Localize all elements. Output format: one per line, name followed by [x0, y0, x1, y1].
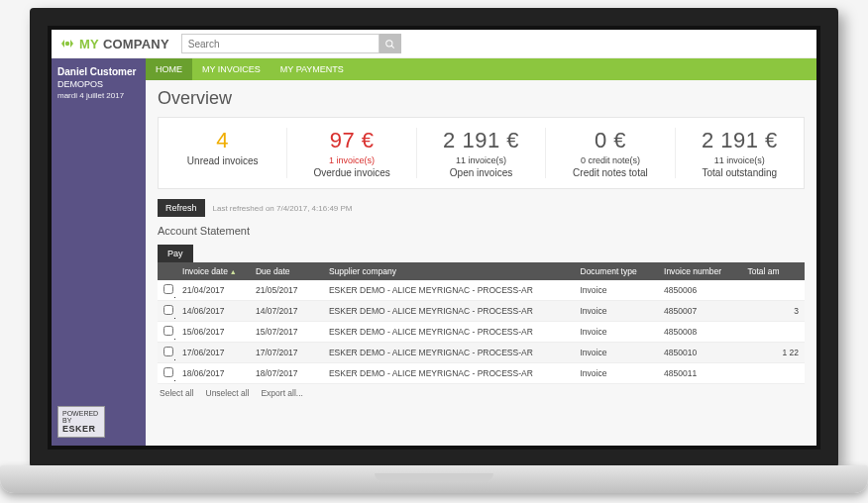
- section-title: Account Statement: [158, 225, 805, 237]
- cell-invoice-number: 4850008: [658, 322, 742, 343]
- search: [181, 34, 401, 53]
- svg-point-2: [65, 42, 69, 46]
- logo-icon: [61, 38, 75, 50]
- col-invoice-number[interactable]: Invoice number: [658, 262, 742, 280]
- powered-by: POWERED BY ESKER: [57, 406, 140, 438]
- page-title: Overview: [158, 88, 805, 109]
- table-row[interactable]: 21/04/201721/05/2017ESKER DEMO - ALICE M…: [158, 280, 805, 301]
- kpi-sub: 0 credit note(s): [552, 155, 668, 165]
- table-row[interactable]: 15/06/201715/07/2017ESKER DEMO - ALICE M…: [158, 322, 805, 343]
- row-checkbox[interactable]: [163, 347, 173, 356]
- cell-due-date: 18/07/2017: [250, 363, 323, 384]
- kpi-label: Overdue invoices: [293, 167, 409, 178]
- cell-total-amount: [742, 363, 805, 384]
- col-checkbox[interactable]: [158, 262, 176, 280]
- cell-invoice-date: 21/04/2017: [176, 280, 250, 301]
- col-due-date[interactable]: Due date: [250, 262, 323, 280]
- svg-marker-0: [61, 40, 64, 48]
- logo: MYCOMPANY: [61, 37, 169, 51]
- kpi-sub: 11 invoice(s): [682, 155, 798, 165]
- nav-my-invoices[interactable]: MY INVOICES: [192, 58, 271, 80]
- col-doc-type[interactable]: Document type: [575, 262, 659, 280]
- cell-due-date: 21/05/2017: [250, 280, 323, 301]
- navbar: HOME MY INVOICES MY PAYMENTS: [146, 58, 816, 80]
- search-icon: [384, 39, 395, 50]
- kpi-sub: 11 invoice(s): [423, 155, 539, 165]
- kpi-label: Unread invoices: [164, 155, 280, 166]
- cell-doc-type: Invoice: [575, 343, 659, 363]
- cell-doc-type: Invoice: [575, 322, 659, 343]
- col-supplier[interactable]: Supplier company: [323, 262, 575, 280]
- svg-point-3: [386, 40, 392, 46]
- cell-total-amount: [742, 280, 805, 301]
- powered-brand: ESKER: [62, 425, 100, 434]
- pay-button[interactable]: Pay: [158, 245, 193, 262]
- table-row[interactable]: 17/06/201717/07/2017ESKER DEMO - ALICE M…: [158, 343, 805, 363]
- cell-invoice-number: 4850010: [658, 343, 742, 363]
- kpi-value: 2 191 €: [423, 128, 539, 153]
- statement-table: Invoice date Due date Supplier company D…: [158, 262, 805, 384]
- cell-supplier: ESKER DEMO - ALICE MEYRIGNAC - PROCESS-A…: [323, 301, 575, 322]
- cell-invoice-date: 17/06/2017: [176, 343, 250, 363]
- cell-total-amount: 3: [742, 301, 805, 322]
- export-all-link[interactable]: Export all...: [261, 388, 303, 398]
- cell-supplier: ESKER DEMO - ALICE MEYRIGNAC - PROCESS-A…: [323, 280, 575, 301]
- kpi-sub: 1 invoice(s): [293, 155, 409, 165]
- cell-invoice-number: 4850006: [658, 280, 742, 301]
- cell-doc-type: Invoice: [575, 301, 659, 322]
- powered-label: POWERED BY: [62, 410, 100, 425]
- col-total-amount[interactable]: Total am: [742, 262, 805, 280]
- kpi-value: 4: [164, 128, 280, 153]
- row-checkbox[interactable]: [163, 284, 173, 294]
- refresh-button[interactable]: Refresh: [158, 199, 205, 217]
- search-button[interactable]: [380, 34, 401, 53]
- kpi-open-invoices[interactable]: 2 191 € 11 invoice(s) Open invoices: [417, 128, 546, 178]
- cell-due-date: 15/07/2017: [250, 322, 323, 343]
- table-row[interactable]: 18/06/201718/07/2017ESKER DEMO - ALICE M…: [158, 363, 805, 384]
- kpi-value: 0 €: [552, 128, 668, 153]
- kpi-label: Open invoices: [423, 167, 539, 178]
- kpi-credit-notes-total[interactable]: 0 € 0 credit note(s) Credit notes total: [546, 128, 675, 178]
- cell-invoice-date: 14/06/2017: [176, 301, 250, 322]
- kpi-overdue-invoices[interactable]: 97 € 1 invoice(s) Overdue invoices: [287, 128, 416, 178]
- col-invoice-date[interactable]: Invoice date: [176, 262, 250, 280]
- row-checkbox[interactable]: [163, 367, 173, 377]
- user-date: mardi 4 juillet 2017: [57, 91, 140, 100]
- select-all-link[interactable]: Select all: [160, 388, 194, 398]
- unselect-all-link[interactable]: Unselect all: [206, 388, 250, 398]
- kpi-total-outstanding[interactable]: 2 191 € 11 invoice(s) Total outstanding: [676, 128, 804, 178]
- cell-invoice-number: 4850011: [658, 363, 742, 384]
- logo-text-company: COMPANY: [103, 37, 169, 51]
- cell-due-date: 17/07/2017: [250, 343, 323, 363]
- cell-invoice-date: 18/06/2017: [176, 363, 250, 384]
- kpi-value: 97 €: [293, 128, 409, 153]
- nav-home[interactable]: HOME: [146, 58, 192, 80]
- cell-supplier: ESKER DEMO - ALICE MEYRIGNAC - PROCESS-A…: [323, 343, 575, 363]
- kpi-value: 2 191 €: [682, 128, 798, 153]
- search-input[interactable]: [181, 34, 380, 53]
- kpi-label: Total outstanding: [682, 167, 798, 178]
- cell-doc-type: Invoice: [575, 280, 659, 301]
- cell-invoice-date: 15/06/2017: [176, 322, 250, 343]
- logo-text-my: MY: [79, 37, 99, 51]
- nav-my-payments[interactable]: MY PAYMENTS: [271, 58, 354, 80]
- cell-doc-type: Invoice: [575, 363, 659, 384]
- kpi-unread-invoices[interactable]: 4 Unread invoices: [159, 128, 287, 178]
- row-checkbox[interactable]: [163, 326, 173, 336]
- svg-marker-1: [70, 40, 73, 48]
- topbar: MYCOMPANY: [52, 30, 816, 58]
- cell-due-date: 14/07/2017: [250, 301, 323, 322]
- table-actions: Select all Unselect all Export all...: [158, 384, 805, 402]
- cell-invoice-number: 4850007: [658, 301, 742, 322]
- kpi-card: 4 Unread invoices 97 € 1 invoice(s) Over…: [158, 117, 805, 189]
- svg-line-4: [392, 46, 394, 48]
- cell-supplier: ESKER DEMO - ALICE MEYRIGNAC - PROCESS-A…: [323, 322, 575, 343]
- user-name: Daniel Customer: [57, 66, 140, 77]
- refresh-timestamp: Last refreshed on 7/4/2017, 4:16:49 PM: [213, 204, 353, 213]
- sidebar: Daniel Customer DEMOPOS mardi 4 juillet …: [52, 58, 146, 446]
- table-row[interactable]: 14/06/201714/07/2017ESKER DEMO - ALICE M…: [158, 301, 805, 322]
- cell-supplier: ESKER DEMO - ALICE MEYRIGNAC - PROCESS-A…: [323, 363, 575, 384]
- row-checkbox[interactable]: [163, 305, 173, 315]
- cell-total-amount: 1 22: [742, 343, 805, 363]
- kpi-label: Credit notes total: [552, 167, 668, 178]
